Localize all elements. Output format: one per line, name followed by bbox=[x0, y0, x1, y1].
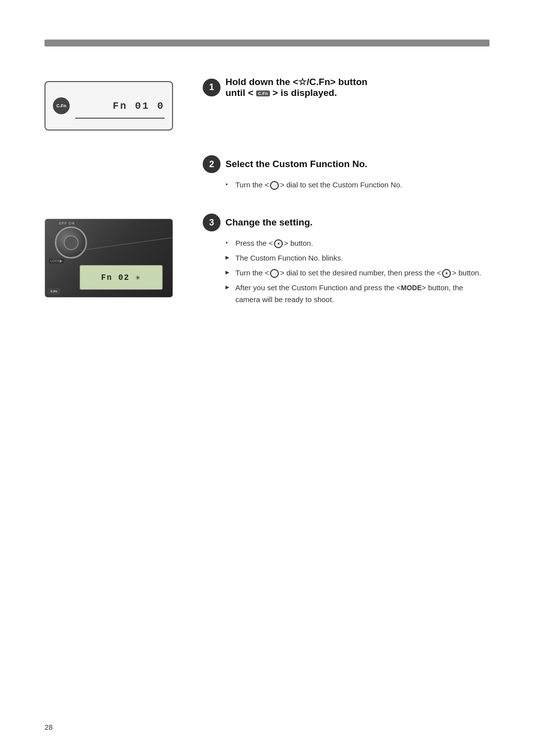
camera-line bbox=[80, 237, 172, 251]
cfn-badge-text: C.Fn bbox=[56, 103, 66, 108]
btn-icon-step3-1 bbox=[274, 239, 283, 248]
step3-row: OFF ON LOCK▶ Fn 02 ✳ C.Fn 3 Change the s… bbox=[44, 214, 490, 309]
step3-camera-image: OFF ON LOCK▶ Fn 02 ✳ C.Fn bbox=[44, 219, 173, 298]
step1-row: C.Fn Fn 01 0 1 Hold down the <☆/C.Fn> bu… bbox=[44, 76, 490, 131]
step1-content-col: 1 Hold down the <☆/C.Fn> buttonuntil < C… bbox=[198, 76, 490, 104]
step3-bullet-2: The Custom Function No. blinks. bbox=[225, 252, 490, 264]
camera-dial bbox=[55, 226, 87, 259]
off-on-label: OFF ON bbox=[59, 222, 75, 225]
step3-title-row: 3 Change the setting. bbox=[203, 214, 490, 231]
step2-row: 2 Select the Custom Function No. Turn th… bbox=[44, 155, 490, 194]
step3-image-col: OFF ON LOCK▶ Fn 02 ✳ C.Fn bbox=[44, 214, 183, 298]
step1-image-col: C.Fn Fn 01 0 bbox=[44, 76, 183, 131]
step1-number: 1 bbox=[203, 79, 221, 96]
mode-text: MODE bbox=[401, 284, 422, 292]
step2-title: Select the Custom Function No. bbox=[225, 159, 367, 170]
cfn-badge-step3: C.Fn bbox=[47, 288, 60, 295]
camera-dial-inner bbox=[64, 235, 79, 250]
step3-bullet-3: Turn the <> dial to set the desired numb… bbox=[225, 267, 490, 279]
btn-icon-step3-2 bbox=[442, 269, 451, 278]
page-container: C.Fn Fn 01 0 1 Hold down the <☆/C.Fn> bu… bbox=[0, 0, 534, 756]
dial-icon-step3 bbox=[270, 269, 279, 278]
step2-bullet-1: Turn the <> dial to set the Custom Funct… bbox=[225, 179, 490, 191]
step3-content-col: 3 Change the setting. Press the <> butto… bbox=[198, 214, 490, 309]
step1-cfn-inline: C.Fn bbox=[256, 90, 270, 96]
step3-bullet-4: After you set the Custom Function and pr… bbox=[225, 282, 490, 306]
step2-title-row: 2 Select the Custom Function No. bbox=[203, 155, 490, 173]
lock-label: LOCK▶ bbox=[49, 259, 64, 264]
step1-lcd-display: C.Fn Fn 01 0 bbox=[44, 81, 173, 131]
step3-number: 3 bbox=[203, 214, 221, 231]
content-area: C.Fn Fn 01 0 1 Hold down the <☆/C.Fn> bu… bbox=[44, 76, 490, 328]
step2-number: 2 bbox=[203, 155, 221, 173]
cfn-badge-step1: C.Fn bbox=[53, 97, 70, 114]
step1-lcd-underline bbox=[75, 118, 165, 119]
step1-title-plain: Hold down the < bbox=[225, 77, 298, 87]
step3-lcd-small: Fn 02 ✳ bbox=[80, 265, 163, 290]
camera-body: OFF ON LOCK▶ Fn 02 ✳ C.Fn bbox=[45, 219, 173, 297]
top-bar bbox=[44, 40, 490, 46]
step1-title-row: 1 Hold down the <☆/C.Fn> buttonuntil < C… bbox=[203, 76, 490, 98]
step3-title: Change the setting. bbox=[225, 217, 312, 228]
step3-body: Press the <> button. The Custom Function… bbox=[203, 237, 490, 306]
step2-bullet-list: Turn the <> dial to set the Custom Funct… bbox=[225, 179, 490, 191]
step2-content-col: 2 Select the Custom Function No. Turn th… bbox=[198, 155, 490, 194]
step1-title-button: ☆/C.Fn bbox=[298, 77, 330, 87]
dial-icon-step2 bbox=[270, 181, 279, 190]
page-number: 28 bbox=[44, 723, 53, 731]
step1-lcd-text: Fn 01 0 bbox=[113, 100, 165, 112]
step3-bullet-list: Press the <> button. The Custom Function… bbox=[225, 237, 490, 306]
step1-title: Hold down the <☆/C.Fn> buttonuntil < C.F… bbox=[225, 76, 367, 98]
step3-bullet-1: Press the <> button. bbox=[225, 237, 490, 249]
step2-body: Turn the <> dial to set the Custom Funct… bbox=[203, 179, 490, 191]
step1-title-end: > is displayed. bbox=[270, 88, 337, 98]
